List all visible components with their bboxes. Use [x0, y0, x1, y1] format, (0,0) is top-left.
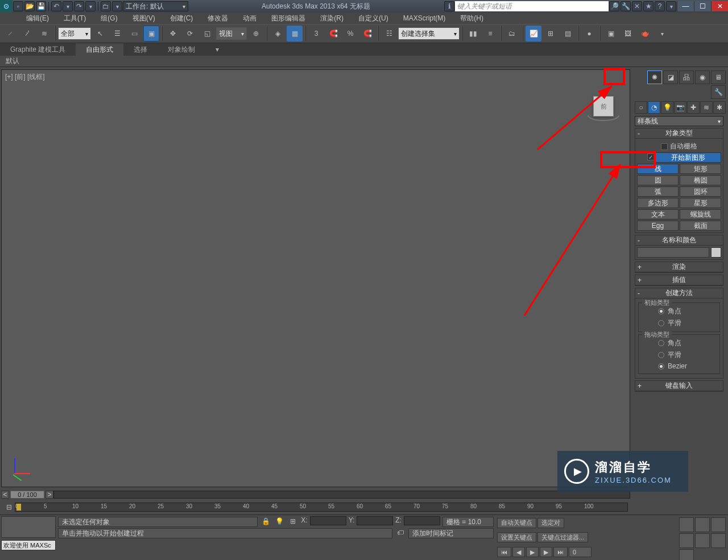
- fav-icon[interactable]: ★: [643, 1, 653, 11]
- render-prod-icon[interactable]: 🫖: [637, 26, 653, 42]
- menu-edit[interactable]: 编辑(E): [23, 13, 52, 24]
- autokey-button[interactable]: 自动关键点: [497, 518, 536, 528]
- close-button[interactable]: ✕: [711, 1, 728, 11]
- coord-y-input[interactable]: [357, 516, 393, 525]
- ribbon-tab-graphite[interactable]: Graphite 建模工具: [0, 43, 76, 56]
- project-icon[interactable]: 🗀: [101, 1, 111, 11]
- rectangle-button[interactable]: 矩形: [680, 164, 721, 174]
- infocenter-icon[interactable]: ℹ: [444, 1, 454, 11]
- frame-field[interactable]: 0: [569, 547, 592, 557]
- comm-icon[interactable]: 🔧: [621, 1, 631, 11]
- menu-modifiers[interactable]: 修改器: [204, 13, 231, 24]
- rollout-render-header[interactable]: +渲染: [635, 262, 723, 272]
- pivot-icon[interactable]: ⊕: [248, 26, 264, 42]
- rotate-icon[interactable]: ⟳: [182, 26, 198, 42]
- select-link-icon[interactable]: ⟋: [2, 26, 18, 42]
- help-icon[interactable]: ?: [655, 1, 665, 11]
- next-frame-icon[interactable]: ▶: [540, 547, 552, 557]
- refcoord-combo[interactable]: 视图: [216, 27, 247, 40]
- startshape-button[interactable]: 开始新图形: [655, 152, 721, 163]
- create-tab-icon[interactable]: ✺: [647, 70, 662, 84]
- hierarchy-tab-icon[interactable]: 品: [679, 70, 694, 84]
- snap-spinner-icon[interactable]: 🧲: [359, 26, 375, 42]
- menu-rendering[interactable]: 渲染(R): [317, 13, 347, 24]
- curve-editor-icon[interactable]: 📈: [526, 26, 541, 42]
- time-slider[interactable]: < 0 / 100 >: [1, 490, 630, 500]
- menu-help[interactable]: 帮助(H): [457, 13, 487, 24]
- new-icon[interactable]: ▫: [13, 1, 23, 11]
- shapes-sub-icon[interactable]: ◔: [648, 101, 660, 114]
- slider-next-icon[interactable]: >: [46, 491, 53, 499]
- lights-sub-icon[interactable]: 💡: [661, 101, 673, 114]
- exchange-icon[interactable]: ✕: [632, 1, 642, 11]
- scale-icon[interactable]: ◱: [199, 26, 215, 42]
- timetag-label[interactable]: 添加时间标记: [408, 528, 494, 538]
- rollout-method-header[interactable]: -创建方法: [635, 288, 723, 298]
- drag-smooth-radio[interactable]: [658, 352, 664, 358]
- ribbon-tab-paint[interactable]: 对象绘制: [158, 43, 205, 56]
- orbit-icon[interactable]: [711, 533, 726, 548]
- slider-prev-icon[interactable]: <: [1, 491, 9, 499]
- lock-icon[interactable]: 🔒: [260, 516, 271, 526]
- viewport[interactable]: [+] [前] [线框] 前: [1, 69, 630, 487]
- initial-smooth-radio[interactable]: [658, 320, 664, 326]
- viewcube-compass[interactable]: [588, 115, 619, 121]
- rollout-interp-header[interactable]: +插值: [635, 275, 723, 285]
- project-drop-icon[interactable]: [112, 1, 122, 11]
- circle-button[interactable]: 圆: [637, 175, 679, 185]
- manip-icon[interactable]: ◈: [270, 26, 286, 42]
- zoom-icon[interactable]: [679, 517, 694, 532]
- play-icon[interactable]: ▶: [526, 547, 539, 557]
- helpers-sub-icon[interactable]: ✚: [687, 101, 700, 114]
- zoom-ext-icon[interactable]: [711, 517, 726, 532]
- snap-angle-icon[interactable]: 🧲: [325, 26, 341, 42]
- category-combo[interactable]: 样条线: [635, 116, 723, 126]
- star-button[interactable]: 星形: [680, 198, 721, 208]
- donut-button[interactable]: 圆环: [680, 186, 721, 197]
- select-icon[interactable]: ↖: [92, 26, 108, 42]
- selection-filter-combo[interactable]: 全部: [58, 27, 91, 40]
- bind-space-icon[interactable]: ≋: [36, 26, 52, 42]
- menu-animation[interactable]: 动画: [239, 13, 260, 24]
- timetag-icon[interactable]: 🏷: [395, 528, 406, 538]
- drag-bezier-radio[interactable]: [658, 363, 664, 370]
- fov-icon[interactable]: [679, 533, 694, 548]
- autogrid-checkbox[interactable]: [661, 143, 668, 150]
- slider-track[interactable]: [53, 491, 630, 499]
- ellipse-button[interactable]: 椭圆: [680, 175, 721, 185]
- namedset-combo[interactable]: 创建选择集: [398, 27, 460, 40]
- render-frame-icon[interactable]: 🖼: [620, 26, 636, 42]
- modify-tab-icon[interactable]: ◪: [663, 70, 678, 84]
- track-bar[interactable]: ⊟ 05101520253035404550556065707580859095…: [1, 501, 630, 513]
- render-setup-icon[interactable]: ▣: [603, 26, 619, 42]
- align-icon[interactable]: ≡: [482, 26, 498, 42]
- editnamedset-icon[interactable]: ☷: [381, 26, 397, 42]
- viewcube-face[interactable]: 前: [593, 96, 614, 117]
- cameras-sub-icon[interactable]: 📷: [674, 101, 686, 114]
- absrel-icon[interactable]: ⊞: [287, 516, 299, 526]
- search-input[interactable]: 键入关键字或短语: [455, 1, 609, 11]
- egg-button[interactable]: Egg: [637, 221, 679, 231]
- ribbon-sub-default[interactable]: 默认: [6, 56, 19, 66]
- geometry-sub-icon[interactable]: ○: [635, 101, 647, 114]
- window-crossing-icon[interactable]: ▣: [143, 26, 159, 42]
- isolate-icon[interactable]: 💡: [274, 516, 285, 526]
- ribbon-tab-select[interactable]: 选择: [123, 43, 158, 56]
- motion-tab-icon[interactable]: ◉: [695, 70, 710, 84]
- undo-drop-icon[interactable]: [63, 1, 73, 11]
- viewcube[interactable]: 前: [588, 93, 619, 125]
- save-icon[interactable]: 💾: [36, 1, 46, 11]
- snap-3-icon[interactable]: 3: [308, 26, 324, 42]
- spacewarps-sub-icon[interactable]: ≋: [700, 101, 713, 114]
- systems-sub-icon[interactable]: ✱: [713, 101, 726, 114]
- minimize-button[interactable]: —: [677, 1, 694, 11]
- goto-end-icon[interactable]: ⏭: [553, 547, 568, 557]
- menu-customize[interactable]: 自定义(U): [355, 13, 392, 24]
- open-icon[interactable]: 📂: [24, 1, 35, 11]
- initial-corner-radio[interactable]: [658, 308, 664, 314]
- trackbar-key[interactable]: [16, 504, 21, 511]
- unlink-icon[interactable]: ⟋̸: [19, 26, 35, 42]
- goto-start-icon[interactable]: ⏮: [497, 547, 511, 557]
- trackbar-toggle-icon[interactable]: ⊟: [3, 502, 15, 512]
- trackbar-ruler[interactable]: 0510152025303540455055606570758085909510…: [15, 503, 628, 512]
